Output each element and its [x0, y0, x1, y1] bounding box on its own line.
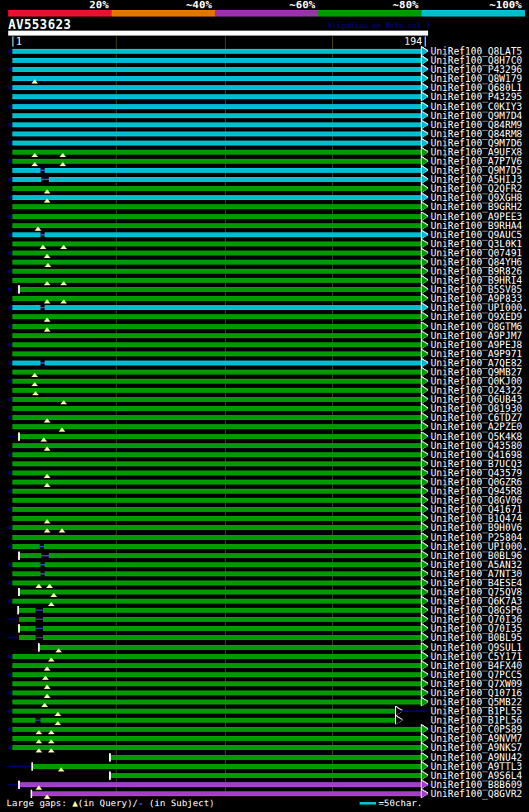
hit-bar[interactable]: [12, 388, 422, 393]
hit-bar[interactable]: [12, 535, 422, 540]
hit-bar[interactable]: [12, 58, 422, 63]
hit-arrowhead-icon: [422, 249, 428, 257]
hit-bar[interactable]: [12, 324, 422, 329]
hit-arrowhead-icon: [422, 460, 428, 468]
hit-bar[interactable]: [12, 461, 422, 466]
hit-bar[interactable]: [12, 278, 422, 283]
hit-bar[interactable]: [12, 489, 422, 494]
hit-bar[interactable]: [20, 590, 422, 595]
query-gap-triangle-icon: [31, 373, 38, 377]
hit-bar[interactable]: [20, 782, 422, 787]
hit-bar[interactable]: [12, 379, 422, 384]
hit-bar[interactable]: [12, 562, 422, 567]
hit-bar[interactable]: [19, 608, 422, 613]
hit-bar[interactable]: [12, 186, 422, 191]
hit-label[interactable]: UniRef100_Q8GVR2: [431, 790, 522, 799]
hit-bar[interactable]: [12, 681, 422, 686]
hit-bar[interactable]: [40, 645, 422, 650]
hit-bar[interactable]: [12, 122, 422, 127]
scale-segment-label: ~60%: [289, 0, 315, 9]
hit-bar[interactable]: [12, 525, 422, 530]
hit-bar[interactable]: [12, 361, 422, 365]
hit-bar[interactable]: [12, 480, 422, 485]
hit-bar[interactable]: [12, 571, 422, 576]
hit-bar[interactable]: [32, 791, 422, 796]
hit-bar[interactable]: [12, 195, 422, 200]
hit-bar[interactable]: [12, 141, 422, 146]
hit-bar[interactable]: [12, 599, 422, 604]
hit-bar[interactable]: [12, 131, 422, 136]
hit-bar[interactable]: [12, 727, 422, 732]
hit-bar[interactable]: [12, 67, 422, 72]
hit-bar[interactable]: [20, 626, 422, 631]
hit-bar[interactable]: [20, 287, 422, 292]
hit-bar[interactable]: [12, 113, 422, 118]
hit-bar[interactable]: [12, 406, 422, 411]
hit-bar[interactable]: [12, 159, 422, 164]
hit-bar[interactable]: [12, 314, 422, 319]
hit-bar[interactable]: [12, 241, 422, 246]
hit-arrowhead-icon: [422, 368, 428, 376]
hit-bar[interactable]: [12, 397, 422, 402]
hit-bar[interactable]: [12, 443, 422, 448]
hit-bar[interactable]: [12, 544, 422, 549]
hit-bar[interactable]: [12, 700, 422, 705]
hit-arrowhead-icon: [422, 542, 428, 551]
hit-bar[interactable]: [12, 507, 422, 512]
hit-bar[interactable]: [12, 516, 422, 521]
hit-bar[interactable]: [12, 470, 422, 475]
hit-bar[interactable]: [12, 709, 396, 714]
hit-bar[interactable]: [12, 251, 422, 256]
hit-bar[interactable]: [111, 755, 422, 760]
hit-arrowhead-icon: [422, 643, 428, 652]
hit-bar[interactable]: [12, 94, 422, 99]
hit-bar[interactable]: [12, 736, 422, 741]
hit-bar[interactable]: [12, 351, 422, 356]
hit-bar[interactable]: [12, 232, 422, 237]
hit-bar[interactable]: [12, 104, 422, 109]
hit-bar[interactable]: [12, 177, 422, 182]
hit-bar[interactable]: [12, 168, 422, 173]
hit-bar[interactable]: [12, 690, 422, 695]
hit-bar[interactable]: [12, 269, 422, 274]
hit-bar[interactable]: [12, 580, 422, 585]
hit-bar[interactable]: [12, 663, 422, 668]
hit-bar[interactable]: [12, 214, 422, 219]
hit-bar[interactable]: [12, 452, 422, 457]
subject-extent-left-icon: [8, 361, 12, 365]
hit-bar[interactable]: [12, 204, 422, 209]
hit-bar[interactable]: [12, 76, 422, 81]
hit-bar[interactable]: [12, 305, 422, 310]
hit-bar[interactable]: [12, 342, 422, 347]
query-gap-triangle-icon: [44, 694, 50, 698]
hit-arrowhead-icon: [422, 258, 428, 266]
hit-bar[interactable]: [12, 498, 422, 503]
hit-bar[interactable]: [12, 415, 422, 420]
hit-bar[interactable]: [12, 150, 422, 155]
hit-bar[interactable]: [12, 260, 422, 265]
hit-bar[interactable]: [33, 764, 422, 769]
hit-bar[interactable]: [12, 370, 422, 375]
hit-bar[interactable]: [19, 635, 422, 640]
query-gap-triangle-icon: [44, 447, 50, 451]
hit-bar[interactable]: [12, 718, 396, 723]
hit-bar[interactable]: [20, 434, 422, 439]
alignview-page: 20%~40%~60%~80%~100% AV553623 AlignView.…: [0, 0, 529, 812]
hit-bar[interactable]: [12, 49, 422, 54]
hit-bar[interactable]: [12, 333, 422, 338]
hit-arrowhead-icon: [422, 790, 428, 798]
hit-arrowhead-icon: [422, 432, 428, 441]
hit-bar[interactable]: [12, 296, 422, 301]
hit-bar[interactable]: [20, 553, 422, 558]
hit-bar[interactable]: [12, 654, 422, 659]
subject-extent-left-icon: [8, 86, 12, 89]
query-gap-triangle-icon: [42, 676, 49, 680]
hit-bar[interactable]: [111, 773, 422, 778]
hit-bar[interactable]: [12, 424, 422, 429]
hit-bar[interactable]: [12, 672, 422, 677]
hit-bar[interactable]: [19, 617, 422, 622]
hit-bar[interactable]: [12, 223, 422, 228]
hit-arrowhead-icon: [422, 276, 428, 284]
hit-bar[interactable]: [12, 85, 422, 90]
hit-bar[interactable]: [12, 745, 422, 750]
